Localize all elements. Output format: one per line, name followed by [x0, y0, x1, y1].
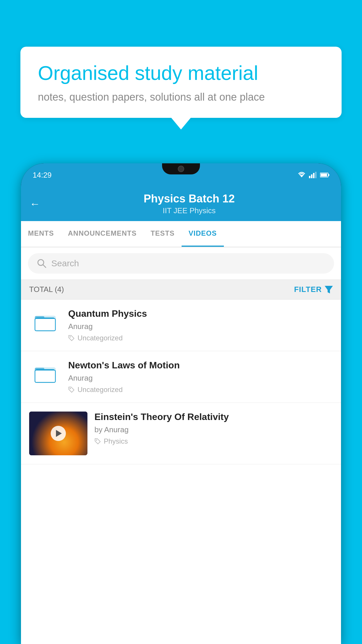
app-title: Physics Batch 12: [46, 192, 332, 205]
svg-point-21: [96, 440, 97, 441]
folder-icon-newton: [34, 361, 57, 385]
folder-thumb-newton: [29, 360, 61, 386]
svg-marker-10: [325, 286, 333, 293]
video-info-einstein: Einstein's Theory Of Relativity by Anura…: [94, 412, 333, 445]
speech-bubble-title: Organised study material: [38, 61, 324, 85]
video-title-newton: Newton's Laws of Motion: [68, 360, 333, 371]
tab-videos[interactable]: VIDEOS: [182, 221, 224, 247]
video-info-quantum: Quantum Physics Anurag Uncategorized: [68, 308, 333, 342]
video-author-newton: Anurag: [68, 374, 333, 383]
play-triangle-icon: [56, 430, 62, 437]
video-tag-newton: Uncategorized: [68, 386, 333, 394]
play-button-einstein[interactable]: [51, 426, 66, 441]
svg-line-9: [43, 265, 46, 267]
search-placeholder: Search: [51, 258, 79, 268]
phone-screen: ← Physics Batch 12 IIT JEE Physics MENTS…: [21, 187, 341, 644]
video-title-einstein: Einstein's Theory Of Relativity: [94, 412, 333, 422]
search-container: Search: [21, 247, 341, 280]
battery-icon: [320, 172, 329, 178]
svg-point-20: [70, 388, 71, 389]
svg-rect-1: [309, 176, 310, 178]
svg-rect-6: [321, 174, 327, 176]
app-header: ← Physics Batch 12 IIT JEE Physics: [21, 187, 341, 221]
svg-rect-14: [35, 318, 55, 331]
wifi-icon: [297, 172, 306, 178]
video-item-quantum[interactable]: Quantum Physics Anurag Uncategorized: [21, 300, 341, 351]
status-icons: [297, 172, 329, 178]
video-item-einstein[interactable]: Einstein's Theory Of Relativity by Anura…: [21, 403, 341, 464]
search-input-wrapper[interactable]: Search: [28, 253, 334, 274]
folder-icon-quantum: [34, 310, 57, 333]
front-camera: [178, 166, 184, 172]
video-tag-quantum: Uncategorized: [68, 334, 333, 342]
app-subtitle: IIT JEE Physics: [46, 206, 332, 215]
speech-bubble-container: Organised study material notes, question…: [20, 47, 342, 118]
tag-icon-einstein: [94, 438, 101, 444]
svg-rect-4: [315, 172, 317, 178]
tab-tests[interactable]: TESTS: [144, 221, 182, 247]
folder-thumb-quantum: [29, 308, 61, 335]
video-tag-einstein: Physics: [94, 437, 333, 445]
video-title-quantum: Quantum Physics: [68, 308, 333, 319]
header-title-group: Physics Batch 12 IIT JEE Physics: [46, 192, 332, 215]
tab-announcements[interactable]: ANNOUNCEMENTS: [61, 221, 144, 247]
svg-rect-19: [35, 370, 55, 382]
speech-bubble: Organised study material notes, question…: [20, 47, 342, 118]
svg-rect-3: [313, 173, 314, 178]
tab-ments[interactable]: MENTS: [21, 221, 61, 247]
status-time: 14:29: [33, 171, 52, 180]
svg-rect-2: [311, 174, 312, 178]
tag-icon-quantum: [68, 335, 75, 341]
video-item-newton[interactable]: Newton's Laws of Motion Anurag Uncategor…: [21, 351, 341, 403]
status-bar: 14:29: [21, 163, 341, 187]
svg-point-15: [70, 336, 71, 337]
speech-bubble-subtitle: notes, question papers, solutions all at…: [38, 91, 324, 103]
total-count: TOTAL (4): [29, 285, 64, 294]
notch: [162, 163, 200, 174]
filter-icon: [325, 286, 333, 293]
search-icon: [37, 258, 47, 268]
signal-icon: [309, 172, 317, 178]
tabs-bar: MENTS ANNOUNCEMENTS TESTS VIDEOS: [21, 221, 341, 247]
video-info-newton: Newton's Laws of Motion Anurag Uncategor…: [68, 360, 333, 394]
svg-marker-0: [300, 175, 304, 177]
phone-frame: 14:29 ←: [21, 163, 341, 644]
video-author-einstein: by Anurag: [94, 425, 333, 434]
video-list: Quantum Physics Anurag Uncategorized: [21, 300, 341, 464]
svg-rect-7: [328, 174, 329, 176]
back-button[interactable]: ←: [30, 198, 40, 210]
filter-button[interactable]: FILTER: [294, 285, 333, 294]
tag-icon-newton: [68, 386, 75, 393]
video-thumb-einstein: [29, 412, 87, 455]
video-author-quantum: Anurag: [68, 322, 333, 331]
filter-row: TOTAL (4) FILTER: [21, 280, 341, 300]
